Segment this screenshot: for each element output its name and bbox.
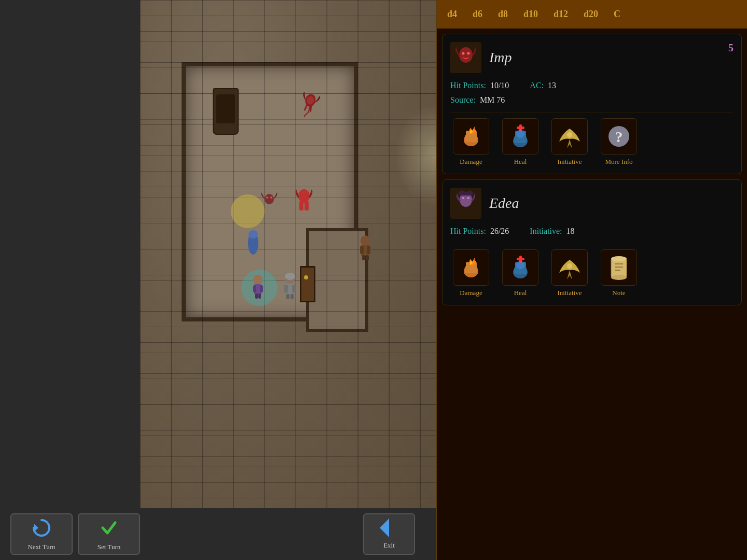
svg-rect-23 <box>258 293 261 299</box>
svg-rect-27 <box>284 285 288 293</box>
edea-card: Edea Hit Points: 26/26 Initiative: 18 <box>442 179 742 305</box>
svg-rect-28 <box>292 285 296 293</box>
svg-point-25 <box>285 273 295 280</box>
map-area[interactable] <box>140 0 436 560</box>
svg-point-18 <box>253 275 262 285</box>
exit-icon <box>380 519 398 539</box>
edea-heal-icon <box>502 249 538 286</box>
imp-bat-sprite[interactable] <box>259 191 279 214</box>
svg-point-48 <box>516 130 524 138</box>
right-panel: d4 d6 d8 d10 d12 d20 C Imp 5 <box>436 0 747 560</box>
svg-point-6 <box>270 197 272 199</box>
edea-initiative-icon <box>551 249 588 286</box>
imp-initiative-badge: 5 <box>728 42 734 54</box>
imp-source-stats: Source: MM 76 <box>450 95 734 105</box>
svg-rect-20 <box>253 285 256 292</box>
svg-point-49 <box>567 132 572 137</box>
imp-initiative-icon <box>551 118 588 155</box>
svg-rect-21 <box>260 285 263 292</box>
dice-d6[interactable]: d6 <box>473 9 482 20</box>
svg-rect-70 <box>611 259 627 277</box>
svg-rect-22 <box>255 293 258 299</box>
svg-rect-47 <box>517 127 524 129</box>
imp-heal-button[interactable]: Heal <box>500 118 541 166</box>
edea-hp-value: 26/26 <box>490 227 509 236</box>
imp-more-info-label: More Info <box>605 158 632 166</box>
imp-card-header: Imp 5 <box>450 42 734 73</box>
dice-d20[interactable]: d20 <box>584 9 598 20</box>
imp-damage-button[interactable]: Damage <box>450 118 492 166</box>
imp-portrait <box>450 42 481 73</box>
svg-point-68 <box>567 263 572 269</box>
imp-more-info-icon: ? <box>601 118 637 155</box>
svg-rect-30 <box>290 294 294 299</box>
character-duo2-sprite[interactable] <box>280 272 300 303</box>
edea-hp-stat: Hit Points: 26/26 <box>450 227 509 236</box>
svg-point-11 <box>248 230 258 239</box>
imp-card: Imp 5 Hit Points: 10/10 AC: 13 Source: M… <box>442 34 742 174</box>
imp-ac-label: AC: <box>530 81 544 90</box>
dice-d8[interactable]: d8 <box>498 9 508 20</box>
svg-point-54 <box>467 197 469 199</box>
edea-card-header: Edea <box>450 188 734 219</box>
edea-initiative-label: Initiative: <box>530 227 562 236</box>
left-panel <box>0 0 140 560</box>
set-turn-label: Set Turn <box>98 543 120 551</box>
warrior-sprite[interactable] <box>355 233 375 264</box>
svg-rect-8 <box>299 201 303 211</box>
exit-button[interactable]: Exit <box>363 513 415 555</box>
edea-damage-label: Damage <box>460 289 482 297</box>
svg-line-3 <box>310 106 312 112</box>
imp-initiative-label: Initiative <box>558 158 582 166</box>
edea-initiative-button[interactable]: Initiative <box>549 249 590 297</box>
svg-point-34 <box>462 52 464 54</box>
svg-marker-32 <box>380 519 389 537</box>
svg-rect-14 <box>360 246 364 254</box>
imp-source-label: Source: <box>450 95 476 105</box>
coffin-prop <box>213 88 239 135</box>
edea-heal-label: Heal <box>514 289 527 297</box>
svg-point-53 <box>462 197 464 199</box>
imp-initiative-button[interactable]: Initiative <box>549 118 590 166</box>
dice-d10[interactable]: d10 <box>523 9 538 20</box>
edea-damage-icon <box>453 249 489 286</box>
next-turn-button[interactable]: Next Turn <box>10 513 73 555</box>
edea-note-button[interactable]: Note <box>598 249 640 297</box>
red-demon-sprite[interactable] <box>293 187 315 217</box>
svg-point-12 <box>361 235 370 246</box>
set-turn-button[interactable]: Set Turn <box>78 513 140 555</box>
imp-source-value: MM 76 <box>480 95 505 105</box>
edea-portrait <box>450 188 481 219</box>
dice-d12[interactable]: d12 <box>554 9 568 20</box>
svg-point-4 <box>265 194 274 204</box>
map-glow <box>394 104 436 207</box>
imp-source-stat: Source: MM 76 <box>450 95 505 105</box>
imp-hp-label: Hit Points: <box>450 81 486 90</box>
svg-text:?: ? <box>615 128 623 145</box>
svg-rect-15 <box>367 246 370 254</box>
edea-note-icon <box>601 249 637 286</box>
edea-action-buttons: Damage Heal <box>450 244 734 297</box>
svg-rect-29 <box>286 294 289 299</box>
dice-d4[interactable]: d4 <box>447 9 457 20</box>
svg-point-67 <box>516 261 524 269</box>
edea-heal-button[interactable]: Heal <box>500 249 541 297</box>
bottom-bar: Next Turn Set Turn Exit <box>0 508 436 560</box>
edea-name: Edea <box>489 195 519 212</box>
imp-heal-icon <box>502 118 538 155</box>
imp-more-info-button[interactable]: ? More Info <box>598 118 640 166</box>
svg-point-35 <box>467 52 469 54</box>
imp-heal-label: Heal <box>514 158 527 166</box>
svg-rect-38 <box>466 131 469 137</box>
fallen-character-sprite[interactable] <box>244 230 259 256</box>
dice-custom[interactable]: C <box>614 9 620 20</box>
svg-rect-9 <box>305 201 309 211</box>
svg-point-7 <box>298 189 310 203</box>
character-duo1-sprite[interactable] <box>249 274 267 302</box>
svg-point-72 <box>611 275 627 280</box>
edea-note-label: Note <box>612 289 625 297</box>
svg-point-5 <box>266 197 268 199</box>
svg-rect-17 <box>366 255 369 260</box>
next-turn-icon <box>31 517 52 541</box>
edea-damage-button[interactable]: Damage <box>450 249 492 297</box>
